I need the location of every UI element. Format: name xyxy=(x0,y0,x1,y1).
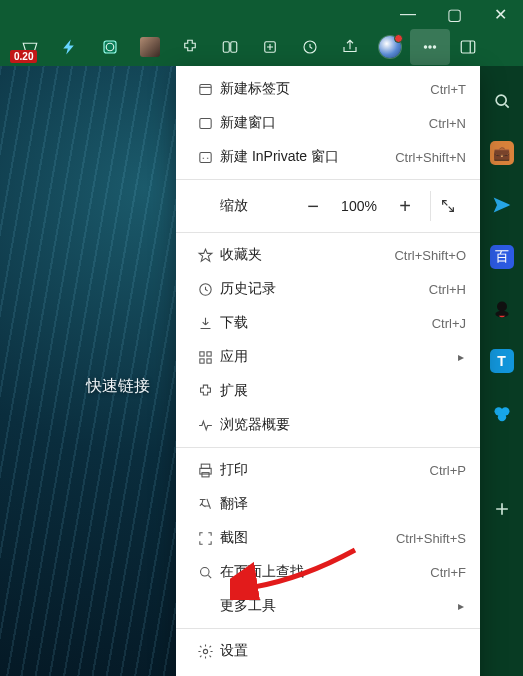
menu-label: 在页面上查找 xyxy=(220,563,430,581)
split-screen-icon[interactable] xyxy=(210,29,250,65)
chevron-right-icon: ▸ xyxy=(458,350,464,364)
share-icon[interactable] xyxy=(330,29,370,65)
sidebar-app-6[interactable] xyxy=(489,400,515,426)
menu-shortcut: Ctrl+H xyxy=(429,282,466,297)
collections-icon[interactable] xyxy=(250,29,290,65)
menu-new-inprivate[interactable]: 新建 InPrivate 窗口 Ctrl+Shift+N xyxy=(176,140,480,174)
menu-shortcut: Ctrl+J xyxy=(432,316,466,331)
menu-shortcut: Ctrl+N xyxy=(429,116,466,131)
menu-label: 下载 xyxy=(220,314,432,332)
search-icon[interactable] xyxy=(489,88,515,114)
svg-rect-26 xyxy=(201,472,208,476)
favorite-icon-2[interactable] xyxy=(50,29,90,65)
menu-screenshot[interactable]: 截图 Ctrl+Shift+S xyxy=(176,521,480,555)
close-button[interactable]: ✕ xyxy=(477,0,523,28)
inprivate-icon xyxy=(190,149,220,166)
menu-favorites[interactable]: 收藏夹 Ctrl+Shift+O xyxy=(176,238,480,272)
menu-find[interactable]: 在页面上查找 Ctrl+F xyxy=(176,555,480,589)
window-controls: — ▢ ✕ xyxy=(385,0,523,28)
svg-rect-24 xyxy=(201,464,210,468)
browser-window: — ▢ ✕ 0.20 快速链接 💼 百 T xyxy=(0,0,523,676)
sidebar-app-4[interactable] xyxy=(489,296,515,322)
notification-dot-icon xyxy=(394,34,403,43)
menu-apps[interactable]: 应用 ▸ xyxy=(176,340,480,374)
svg-point-6 xyxy=(424,46,426,48)
menu-more-tools[interactable]: 更多工具 ▸ xyxy=(176,589,480,623)
sidebar: 💼 百 T xyxy=(480,66,523,676)
download-icon xyxy=(190,315,220,332)
menu-label: 历史记录 xyxy=(220,280,429,298)
pulse-icon xyxy=(190,417,220,434)
print-icon xyxy=(190,462,220,479)
menu-shortcut: Ctrl+Shift+O xyxy=(394,248,466,263)
sidebar-app-3[interactable]: 百 xyxy=(489,244,515,270)
menu-translate[interactable]: 翻译 xyxy=(176,487,480,521)
history-icon xyxy=(190,281,220,298)
zoom-in-button[interactable]: + xyxy=(386,191,424,221)
menu-label: 浏览器概要 xyxy=(220,416,466,434)
menu-label: 新建标签页 xyxy=(220,80,430,98)
minimize-button[interactable]: — xyxy=(385,0,431,28)
settings-and-more-menu: 新建标签页 Ctrl+T 新建窗口 Ctrl+N 新建 InPrivate 窗口… xyxy=(176,66,480,676)
favorite-icon-3[interactable] xyxy=(90,29,130,65)
menu-zoom: 缩放 − 100% + xyxy=(176,185,480,227)
menu-shortcut: Ctrl+T xyxy=(430,82,466,97)
gear-icon xyxy=(190,643,220,660)
fullscreen-button[interactable] xyxy=(430,191,465,221)
menu-label: 截图 xyxy=(220,529,396,547)
screenshot-icon xyxy=(190,530,220,547)
new-window-icon xyxy=(190,115,220,132)
svg-rect-18 xyxy=(199,152,210,162)
extension-badge: 0.20 xyxy=(10,50,37,63)
menu-print[interactable]: 打印 Ctrl+P xyxy=(176,453,480,487)
menu-label: 更多工具 xyxy=(220,597,458,615)
zoom-label: 缩放 xyxy=(220,197,294,215)
history-icon[interactable] xyxy=(290,29,330,65)
menu-history[interactable]: 历史记录 Ctrl+H xyxy=(176,272,480,306)
menu-label: 应用 xyxy=(220,348,458,366)
toolbar xyxy=(0,28,523,66)
menu-extensions[interactable]: 扩展 xyxy=(176,374,480,408)
favorite-icon-4[interactable] xyxy=(130,29,170,65)
svg-point-10 xyxy=(496,95,506,105)
sidebar-app-2[interactable] xyxy=(489,192,515,218)
title-bar: — ▢ ✕ xyxy=(0,0,523,66)
menu-shortcut: Ctrl+F xyxy=(430,565,466,580)
svg-rect-16 xyxy=(199,84,210,94)
menu-help[interactable]: 帮助和反馈 ▸ xyxy=(176,668,480,676)
sidebar-toggle-icon[interactable] xyxy=(450,29,486,65)
profile-button[interactable] xyxy=(370,29,410,65)
svg-point-28 xyxy=(203,649,207,653)
more-button[interactable] xyxy=(410,29,450,65)
svg-point-15 xyxy=(497,413,505,421)
svg-point-27 xyxy=(200,567,209,576)
extensions-icon[interactable] xyxy=(170,29,210,65)
svg-rect-3 xyxy=(231,42,237,53)
apps-icon xyxy=(190,349,220,366)
zoom-percent: 100% xyxy=(332,198,386,214)
menu-separator xyxy=(176,447,480,448)
menu-browser-essentials[interactable]: 浏览器概要 xyxy=(176,408,480,442)
menu-downloads[interactable]: 下载 Ctrl+J xyxy=(176,306,480,340)
add-sidebar-icon[interactable] xyxy=(489,496,515,522)
sidebar-app-5[interactable]: T xyxy=(489,348,515,374)
menu-new-window[interactable]: 新建窗口 Ctrl+N xyxy=(176,106,480,140)
menu-label: 收藏夹 xyxy=(220,246,394,264)
svg-rect-17 xyxy=(199,118,210,128)
extensions-icon xyxy=(190,383,220,400)
zoom-out-button[interactable]: − xyxy=(294,191,332,221)
menu-new-tab[interactable]: 新建标签页 Ctrl+T xyxy=(176,72,480,106)
menu-label: 设置 xyxy=(220,642,466,660)
svg-rect-9 xyxy=(461,41,475,53)
menu-label: 扩展 xyxy=(220,382,466,400)
menu-label: 翻译 xyxy=(220,495,466,513)
svg-rect-23 xyxy=(206,358,210,362)
sidebar-app-1[interactable]: 💼 xyxy=(489,140,515,166)
svg-point-11 xyxy=(497,302,507,312)
menu-settings[interactable]: 设置 xyxy=(176,634,480,668)
maximize-button[interactable]: ▢ xyxy=(431,0,477,28)
menu-separator xyxy=(176,232,480,233)
menu-separator xyxy=(176,179,480,180)
menu-shortcut: Ctrl+P xyxy=(430,463,466,478)
star-icon xyxy=(190,247,220,264)
